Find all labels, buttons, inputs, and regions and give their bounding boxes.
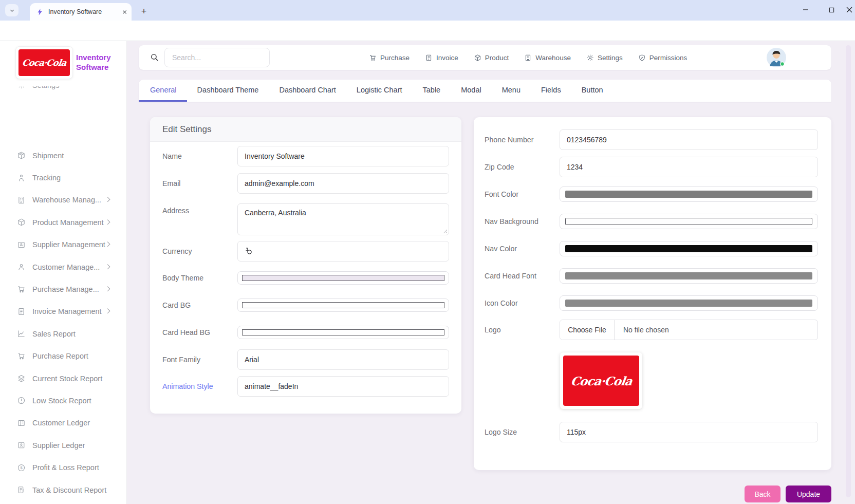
chevron-right-icon — [105, 242, 110, 247]
sidebar-item-supplier-management[interactable]: Supplier Management — [0, 234, 127, 256]
maximize-icon — [829, 7, 834, 13]
back-button[interactable]: Back — [745, 486, 780, 502]
tab-fields[interactable]: Fields — [531, 80, 571, 102]
card-head-font-color-input[interactable] — [560, 268, 818, 284]
tab-general[interactable]: General — [139, 80, 187, 102]
sidebar-item-invoice-management[interactable]: Invoice Management — [0, 301, 127, 323]
sidebar-item-partial[interactable]: Settings — [0, 86, 127, 97]
window-maximize-button[interactable] — [820, 0, 843, 20]
nav-settings[interactable]: Settings — [586, 54, 623, 62]
icon-color-swatch — [565, 300, 812, 307]
sidebar-item-profit-loss-report[interactable]: $ Profit & Loss Report — [0, 456, 127, 478]
tab-dashboard-chart[interactable]: Dashboard Chart — [269, 80, 346, 102]
sidebar-item-tracking[interactable]: Tracking — [0, 166, 127, 189]
card-head-bg-swatch — [242, 329, 444, 335]
body-theme-swatch — [242, 275, 444, 281]
favicon-bolt-icon — [36, 8, 44, 16]
sidebar-item-current-stock-report[interactable]: Current Stock Report — [0, 367, 127, 389]
sidebar-item-shipment[interactable]: Shipment — [0, 144, 127, 166]
body-theme-label: Body Theme — [162, 273, 203, 283]
nav-label: Product — [485, 54, 509, 62]
sidebar-item-top-selling-products[interactable]: Top-Selling Products — [0, 501, 127, 504]
card-head-font-swatch — [565, 272, 812, 279]
sidebar-item-label: Invoice Management — [32, 307, 102, 315]
tab-menu[interactable]: Menu — [492, 80, 531, 102]
app-header: Purchase Invoice Product Warehouse Setti… — [139, 45, 831, 70]
top-navigation: Purchase Invoice Product Warehouse Setti… — [369, 45, 687, 70]
tab-button[interactable]: Button — [571, 80, 614, 102]
update-button[interactable]: Update — [786, 486, 831, 502]
tab-modal[interactable]: Modal — [451, 80, 492, 102]
sidebar-logo-card[interactable]: Coca·Cola — [15, 46, 73, 79]
new-tab-button[interactable]: + — [138, 5, 150, 17]
tab-close-icon[interactable] — [122, 9, 127, 15]
icon-color-input[interactable] — [560, 295, 818, 311]
layers-icon — [17, 374, 26, 383]
chevron-right-icon — [105, 219, 110, 225]
nav-permissions[interactable]: Permissions — [638, 54, 687, 62]
logo-size-input[interactable] — [560, 422, 818, 442]
screen: Inventory Software + inventory.wwcoders.… — [0, 0, 855, 504]
nav-warehouse[interactable]: Warehouse — [524, 54, 571, 62]
cart-icon — [17, 352, 26, 361]
tab-table[interactable]: Table — [413, 80, 451, 102]
sidebar-item-tax-discount-report[interactable]: Tax & Discount Report — [0, 479, 127, 501]
address-textarea[interactable]: Canberra, Australia — [237, 203, 449, 235]
search-input[interactable] — [164, 48, 270, 67]
phone-number-input[interactable] — [560, 129, 818, 150]
card-bg-color-input[interactable] — [237, 298, 449, 312]
cube-icon — [17, 218, 26, 227]
gear-icon — [17, 86, 26, 89]
animation-style-input[interactable] — [237, 376, 449, 397]
font-color-input[interactable] — [560, 186, 818, 202]
nav-label: Warehouse — [535, 54, 571, 62]
svg-text:$: $ — [20, 465, 23, 470]
body-theme-color-input[interactable] — [237, 271, 449, 285]
nav-invoice[interactable]: Invoice — [425, 54, 458, 62]
tab-search-button[interactable] — [5, 4, 18, 16]
sidebar-item-supplier-ledger[interactable]: Supplier Ledger — [0, 434, 127, 456]
page-scrollbar[interactable] — [846, 45, 851, 497]
sidebar-item-purchase-report[interactable]: Purchase Report — [0, 345, 127, 367]
choose-file-button[interactable]: Choose File — [560, 320, 615, 340]
sidebar-item-warehouse-management[interactable]: Warehouse Manag... — [0, 189, 127, 211]
gear-icon — [586, 54, 594, 62]
nav-background-color-input[interactable] — [560, 214, 818, 229]
user-avatar[interactable] — [767, 48, 786, 67]
window-minimize-button[interactable] — [794, 0, 817, 20]
sidebar-item-customer-management[interactable]: Customer Manage... — [0, 256, 127, 278]
card-head-bg-color-input[interactable] — [237, 326, 449, 339]
nav-label: Permissions — [649, 54, 687, 62]
email-label: Email — [162, 178, 180, 189]
sidebar-item-product-management[interactable]: Product Management — [0, 211, 127, 233]
font-family-input[interactable] — [237, 349, 449, 370]
sidebar-item-label: Current Stock Report — [32, 375, 102, 383]
sidebar-item-low-stock-report[interactable]: Low Stock Report — [0, 389, 127, 412]
resize-grip-icon[interactable] — [443, 229, 448, 234]
window-close-button[interactable] — [843, 0, 855, 20]
font-color-swatch — [565, 191, 812, 198]
sidebar-item-label: Customer Ledger — [32, 419, 90, 427]
sidebar-item-label: Tracking — [32, 174, 61, 182]
settings-tabbar: General Dashboard Theme Dashboard Chart … — [139, 80, 831, 102]
name-input[interactable] — [237, 146, 449, 166]
card-bg-swatch — [242, 302, 444, 308]
logo-size-label: Logo Size — [485, 427, 517, 437]
browser-tab[interactable]: Inventory Software — [30, 3, 132, 21]
logo-file-input[interactable]: Choose File No file chosen — [560, 320, 818, 340]
sidebar-item-sales-report[interactable]: Sales Report — [0, 323, 127, 345]
sidebar-item-customer-ledger[interactable]: Customer Ledger — [0, 412, 127, 434]
zip-code-input[interactable] — [560, 157, 818, 177]
nav-color-input[interactable] — [560, 241, 818, 256]
tab-logistic-chart[interactable]: Logistic Chart — [346, 80, 413, 102]
email-input[interactable] — [237, 173, 449, 194]
nav-product[interactable]: Product — [474, 54, 509, 62]
sidebar-item-label: Supplier Management — [32, 240, 105, 249]
ledger-card-icon — [17, 419, 26, 427]
sidebar-item-purchase-management[interactable]: Purchase Manage... — [0, 278, 127, 300]
tab-dashboard-theme[interactable]: Dashboard Theme — [187, 80, 269, 102]
font-family-label: Font Family — [162, 354, 200, 365]
nav-purchase[interactable]: Purchase — [369, 54, 410, 62]
minimize-icon — [803, 7, 809, 13]
currency-input[interactable]: ৳ — [237, 241, 449, 262]
